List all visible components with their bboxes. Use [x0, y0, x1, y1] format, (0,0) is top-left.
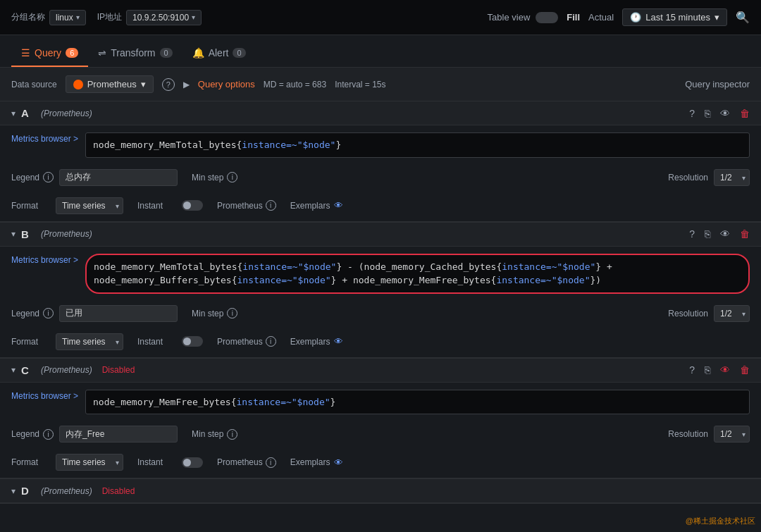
query-b-minstep-label: Min step i: [192, 308, 237, 318]
query-b-format-select[interactable]: Time series Table: [56, 333, 123, 350]
query-c-format-select[interactable]: Time series Table: [56, 454, 123, 471]
query-c-collapse[interactable]: ▾: [11, 365, 16, 375]
query-c-prometheus-info[interactable]: i: [266, 457, 276, 468]
top-bar: 分组名称 linux ▾ IP地址 10.9.2.50:9100 ▾ Table…: [0, 0, 761, 35]
query-a-copy-icon[interactable]: ⎘: [705, 108, 710, 119]
query-a-expr-plain: node_memory_MemTotal_bytes{: [93, 140, 242, 150]
query-b-exemplars-eye[interactable]: 👁: [334, 336, 343, 347]
query-options-button[interactable]: Query options: [198, 79, 255, 89]
query-a-help-icon[interactable]: ?: [689, 108, 695, 119]
query-c-legend-input[interactable]: [59, 426, 178, 443]
query-b-collapse[interactable]: ▾: [11, 229, 16, 239]
query-panel-a: ▾ A (Prometheus) ? ⎘ 👁 🗑 Metrics browser…: [0, 101, 761, 222]
query-a-exemplars-eye[interactable]: 👁: [334, 200, 343, 211]
query-a-collapse[interactable]: ▾: [11, 109, 16, 118]
query-b-resolution-group: Resolution 1/2 1/1: [668, 305, 750, 322]
query-inspector-button[interactable]: Query inspector: [685, 79, 750, 89]
transform-tab-badge: 0: [160, 48, 173, 58]
query-c-eye-icon[interactable]: 👁: [720, 364, 730, 376]
alert-tab-badge: 0: [233, 48, 245, 58]
search-icon[interactable]: 🔍: [736, 11, 750, 24]
query-b-legend-info[interactable]: i: [43, 308, 54, 318]
query-a-prometheus-info[interactable]: i: [266, 200, 276, 211]
query-b-legend-label: Legend i: [11, 308, 54, 318]
watermark: @稀土掘金技术社区: [686, 516, 755, 526]
ip-label: IP地址: [97, 11, 122, 23]
query-c-metrics-browser[interactable]: Metrics browser >: [11, 390, 78, 401]
group-name-label: 分组名称: [11, 11, 45, 23]
query-c-prometheus-label: Prometheus: [217, 457, 263, 467]
query-b-instant-toggle[interactable]: [182, 336, 203, 347]
query-c-resolution-wrapper: 1/2 1/1: [714, 426, 750, 443]
query-a-format-group: Format Time series Table: [11, 197, 123, 214]
query-b-format-wrapper: Time series Table: [56, 333, 123, 350]
query-b-expr-line1: node_memory_MemTotal_bytes{instance=~"$n…: [94, 260, 741, 274]
query-a-resolution-select[interactable]: 1/2 1/1 1/3: [714, 169, 750, 186]
ip-selector[interactable]: 10.9.2.50:9100 ▾: [126, 10, 202, 25]
query-panel-b: ▾ B (Prometheus) ? ⎘ 👁 🗑 Metrics browser…: [0, 223, 761, 358]
query-a-format-select[interactable]: Time series Table: [56, 197, 123, 214]
query-a-instant-toggle[interactable]: [182, 200, 203, 211]
query-b-legend-input[interactable]: [59, 305, 178, 322]
query-c-expr-box[interactable]: node_memory_MemFree_bytes{instance=~"$no…: [85, 390, 750, 415]
query-a-metrics-browser[interactable]: Metrics browser >: [11, 132, 78, 144]
query-b-copy-icon[interactable]: ⎘: [705, 228, 710, 240]
query-b-minstep-info[interactable]: i: [227, 308, 237, 318]
query-c-resolution-label: Resolution: [668, 429, 708, 439]
query-a-legend-label: Legend i: [11, 172, 54, 183]
tab-transform[interactable]: ⇌ Transform 0: [88, 47, 182, 67]
query-a-expr-box[interactable]: node_memory_MemTotal_bytes{instance=~"$n…: [85, 132, 750, 158]
datasource-name: Prometheus: [87, 79, 137, 89]
query-c-minstep-label: Min step i: [192, 429, 237, 440]
query-c-instant-label: Instant: [137, 457, 176, 467]
query-a-options-row: Legend i Min step i Resolution 1/2 1/1 1…: [0, 165, 761, 193]
query-a-eye-icon[interactable]: 👁: [720, 108, 730, 119]
query-b-help-icon[interactable]: ?: [689, 228, 695, 240]
query-b-instant-group: Instant: [137, 336, 203, 347]
query-a-resolution-group: Resolution 1/2 1/1 1/3: [668, 169, 750, 186]
query-b-expr-l1-end: } - (node_memory_Cached_bytes{: [336, 261, 502, 272]
query-c-delete-icon[interactable]: 🗑: [740, 364, 750, 376]
ip-group: IP地址 10.9.2.50:9100 ▾: [97, 10, 202, 25]
query-a-expr-end: }: [335, 140, 341, 150]
query-c-expr-plain: node_memory_MemFree_bytes{: [93, 397, 237, 407]
time-range-picker[interactable]: 🕐 Last 15 minutes ▾: [622, 8, 727, 26]
query-a-legend-input[interactable]: [59, 169, 178, 186]
query-b-delete-icon[interactable]: 🗑: [740, 228, 750, 240]
query-c-copy-icon[interactable]: ⎘: [705, 364, 710, 376]
query-c-instant-toggle[interactable]: [182, 457, 203, 468]
tab-query[interactable]: ☰ Query 6: [11, 47, 88, 67]
query-c-legend-info[interactable]: i: [43, 429, 54, 440]
query-b-legend-group: Legend i: [11, 305, 178, 322]
query-b-metrics-browser[interactable]: Metrics browser >: [11, 254, 78, 265]
query-d-collapse[interactable]: ▾: [11, 486, 16, 496]
query-b-eye-icon[interactable]: 👁: [720, 228, 730, 240]
query-a-expr-row: Metrics browser > node_memory_MemTotal_b…: [0, 125, 761, 165]
query-b-format-label: Format: [11, 337, 50, 347]
table-view-toggle[interactable]: [536, 12, 558, 23]
time-range-chevron: ▾: [714, 12, 719, 23]
query-b-expr-box[interactable]: node_memory_MemTotal_bytes{instance=~"$n…: [85, 254, 750, 294]
query-c-actions: ? ⎘ 👁 🗑: [689, 364, 750, 376]
datasource-label: Data source: [11, 80, 57, 89]
query-c-resolution-group: Resolution 1/2 1/1: [668, 426, 750, 443]
group-name-group: 分组名称 linux ▾: [11, 10, 86, 25]
query-a-letter: A: [21, 107, 35, 119]
query-a-delete-icon[interactable]: 🗑: [740, 108, 750, 119]
query-c-help-icon[interactable]: ?: [689, 364, 695, 376]
query-a-minstep-info[interactable]: i: [227, 172, 237, 183]
group-name-selector[interactable]: linux ▾: [49, 10, 86, 25]
query-c-exemplars-eye[interactable]: 👁: [334, 457, 343, 468]
datasource-selector[interactable]: Prometheus ▾: [66, 75, 154, 93]
ip-value: 10.9.2.50:9100: [132, 13, 189, 23]
query-b-resolution-select[interactable]: 1/2 1/1: [714, 305, 750, 322]
query-a-legend-info[interactable]: i: [43, 172, 54, 183]
tab-alert[interactable]: 🔔 Alert 0: [182, 47, 256, 67]
query-c-resolution-select[interactable]: 1/2 1/1: [714, 426, 750, 443]
query-b-prometheus-info[interactable]: i: [266, 336, 276, 347]
datasource-help-icon[interactable]: ?: [162, 78, 175, 91]
query-c-minstep-info[interactable]: i: [227, 429, 237, 440]
group-name-value: linux: [56, 13, 73, 23]
time-range-value: Last 15 minutes: [645, 12, 710, 23]
query-a-expr-param: instance=~"$node": [242, 140, 335, 150]
